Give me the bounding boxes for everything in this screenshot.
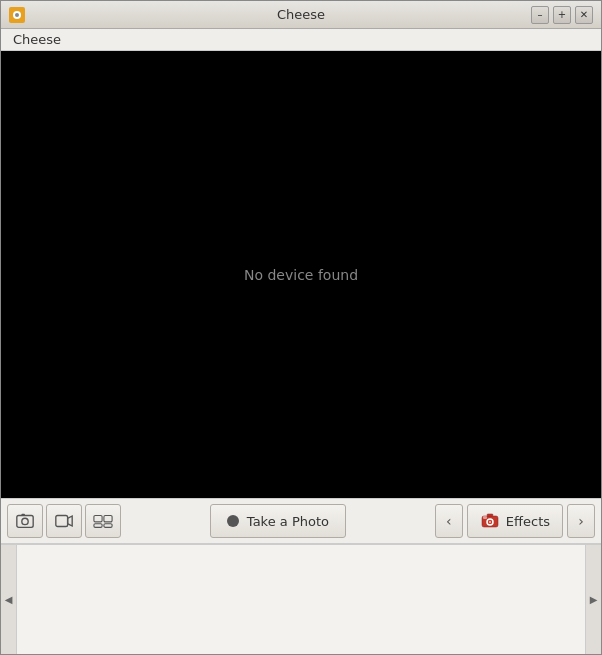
capture-label: Take a Photo bbox=[247, 514, 329, 529]
minimize-button[interactable]: – bbox=[531, 6, 549, 24]
maximize-button[interactable]: + bbox=[553, 6, 571, 24]
take-photo-button[interactable]: Take a Photo bbox=[210, 504, 346, 538]
menu-label-cheese: Cheese bbox=[13, 32, 61, 47]
window-controls: – + ✕ bbox=[531, 6, 593, 24]
main-toolbar: Take a Photo ‹ Effects › bbox=[1, 498, 601, 544]
effects-button[interactable]: Effects bbox=[467, 504, 563, 538]
svg-rect-3 bbox=[17, 516, 33, 528]
nav-next-icon: › bbox=[578, 513, 584, 529]
svg-point-15 bbox=[489, 521, 491, 523]
app-window: Cheese – + ✕ Cheese No device found bbox=[0, 0, 602, 655]
strip-scroll-left-icon: ◀ bbox=[5, 594, 13, 605]
burst-mode-button[interactable] bbox=[85, 504, 121, 538]
window-title: Cheese bbox=[277, 7, 325, 22]
titlebar: Cheese – + ✕ bbox=[1, 1, 601, 29]
menu-item-cheese[interactable]: Cheese bbox=[5, 30, 69, 49]
maximize-icon: + bbox=[558, 9, 566, 20]
camera-viewport: No device found bbox=[1, 51, 601, 498]
svg-point-2 bbox=[15, 13, 19, 17]
effects-label: Effects bbox=[506, 514, 550, 529]
svg-rect-16 bbox=[487, 514, 493, 516]
effects-icon bbox=[480, 511, 500, 531]
strip-content bbox=[17, 545, 585, 655]
nav-prev-button[interactable]: ‹ bbox=[435, 504, 463, 538]
photo-icon bbox=[15, 511, 35, 531]
titlebar-left bbox=[9, 7, 25, 23]
svg-rect-5 bbox=[21, 514, 25, 516]
svg-rect-8 bbox=[94, 516, 102, 522]
svg-rect-6 bbox=[56, 516, 68, 527]
nav-next-button[interactable]: › bbox=[567, 504, 595, 538]
svg-marker-7 bbox=[68, 516, 73, 526]
nav-prev-icon: ‹ bbox=[446, 513, 452, 529]
menubar: Cheese bbox=[1, 29, 601, 51]
photo-strip: ◀ ▶ bbox=[1, 544, 601, 654]
strip-scroll-right-icon: ▶ bbox=[590, 594, 598, 605]
svg-rect-10 bbox=[94, 524, 102, 528]
capture-dot-icon bbox=[227, 515, 239, 527]
video-icon bbox=[54, 511, 74, 531]
svg-rect-11 bbox=[104, 524, 112, 528]
strip-scroll-left-button[interactable]: ◀ bbox=[1, 545, 17, 655]
svg-point-4 bbox=[22, 518, 28, 524]
close-button[interactable]: ✕ bbox=[575, 6, 593, 24]
photo-mode-button[interactable] bbox=[7, 504, 43, 538]
strip-scroll-right-button[interactable]: ▶ bbox=[585, 545, 601, 655]
svg-rect-9 bbox=[104, 516, 112, 522]
mode-buttons bbox=[7, 504, 121, 538]
close-icon: ✕ bbox=[580, 9, 588, 20]
svg-rect-13 bbox=[483, 516, 487, 519]
app-icon bbox=[9, 7, 25, 23]
video-mode-button[interactable] bbox=[46, 504, 82, 538]
burst-icon bbox=[93, 511, 113, 531]
minimize-icon: – bbox=[538, 9, 543, 20]
no-device-text: No device found bbox=[244, 267, 358, 283]
